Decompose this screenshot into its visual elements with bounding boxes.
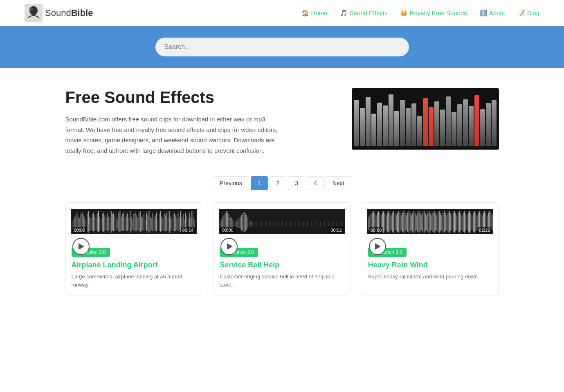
card-2-time-start: 00:00 [220,227,235,233]
card-3-body: Attribution 3.0 Heavy Rain Wind Super he… [362,248,499,287]
svg-rect-39 [115,215,115,231]
card-2-body: Attribution 3.0 Service Bell Help Custom… [214,248,350,295]
svg-rect-226 [454,211,455,233]
svg-rect-123 [237,220,238,228]
svg-rect-216 [441,215,442,230]
svg-rect-155 [337,222,337,226]
card-1-title[interactable]: Airplane Landing Airport [72,261,196,269]
prev-button[interactable]: Previous [213,176,249,190]
card-1-play-button[interactable] [72,238,90,255]
svg-rect-140 [274,222,274,226]
svg-rect-33 [107,213,108,231]
svg-rect-107 [88,224,89,233]
nav-home[interactable]: 🏠 Home [301,9,328,17]
svg-rect-44 [121,217,121,231]
svg-rect-187 [404,213,405,231]
svg-rect-235 [465,213,466,231]
search-input[interactable] [155,38,409,56]
svg-rect-58 [138,213,139,231]
svg-rect-211 [435,213,436,231]
svg-rect-130 [246,215,247,230]
svg-rect-75 [160,211,161,232]
svg-rect-21 [92,214,92,231]
svg-rect-43 [119,211,120,232]
svg-rect-48 [126,215,126,231]
svg-rect-154 [333,222,333,226]
svg-rect-192 [411,215,412,230]
svg-rect-125 [240,217,241,229]
svg-rect-221 [447,213,448,232]
svg-rect-239 [470,213,471,231]
home-icon: 🏠 [301,9,309,17]
svg-rect-24 [95,217,96,230]
svg-rect-177 [392,213,393,232]
card-3-title[interactable]: Heavy Rain Wind [368,261,493,269]
svg-rect-61 [142,217,143,230]
card-2-play-button[interactable] [220,238,238,255]
page-3-button[interactable]: 3 [288,176,305,190]
card-3-description: Super heavy rainstorm and wind pouring d… [368,273,493,281]
svg-rect-200 [421,215,422,230]
svg-rect-59 [139,211,140,232]
svg-rect-176 [391,215,391,230]
svg-rect-170 [383,211,384,233]
nav-blog[interactable]: 📝 Blog [517,9,539,17]
svg-rect-139 [270,222,270,226]
svg-rect-201 [422,213,423,232]
svg-rect-188 [406,215,407,230]
svg-rect-23 [94,215,95,231]
svg-rect-225 [453,213,454,232]
svg-rect-208 [431,215,432,230]
about-icon: ℹ️ [479,9,487,17]
svg-rect-240 [472,215,472,230]
royalty-icon: 👑 [400,9,408,17]
svg-rect-196 [416,215,417,230]
page-1-button[interactable]: 1 [251,176,268,190]
svg-rect-175 [389,213,390,231]
nav-sound-effects[interactable]: 🎵 Sound Effects [340,9,388,17]
svg-rect-69 [152,213,153,231]
svg-rect-234 [464,211,465,233]
svg-rect-206 [429,211,429,233]
svg-rect-131 [247,217,248,228]
svg-rect-35 [109,218,110,230]
page-4-button[interactable]: 4 [307,176,324,190]
card-3-play-button[interactable] [369,238,386,255]
page-2-button[interactable]: 2 [270,176,287,190]
svg-rect-76 [161,217,162,231]
svg-rect-46 [123,213,124,231]
svg-rect-53 [132,220,133,228]
svg-rect-199 [420,213,420,231]
svg-rect-209 [432,213,433,232]
main-content: Free Sound Effects SoundBible.com offers… [49,68,515,308]
site-logo[interactable]: SoundBible [25,4,93,22]
svg-rect-181 [397,213,398,232]
svg-rect-186 [403,211,404,233]
svg-rect-150 [316,222,317,226]
svg-rect-55 [135,213,135,231]
svg-rect-197 [417,213,418,232]
svg-rect-224 [452,215,452,230]
svg-rect-256 [492,215,492,230]
card-2-title[interactable]: Service Bell Help [220,261,344,269]
svg-rect-127 [243,213,243,231]
nav-about[interactable]: ℹ️ About [479,9,505,17]
svg-rect-81 [167,217,168,230]
svg-rect-85 [172,214,173,231]
svg-rect-214 [439,211,440,233]
hero-image [352,88,499,150]
svg-rect-90 [179,217,180,230]
svg-rect-173 [387,213,388,232]
svg-rect-84 [171,220,172,228]
svg-rect-210 [434,211,434,233]
svg-rect-145 [294,222,295,226]
nav-royalty-free[interactable]: 👑 Royalty Free Sounds [400,9,467,17]
next-button[interactable]: Next [326,176,351,190]
svg-rect-56 [136,215,137,231]
svg-rect-212 [436,215,437,230]
svg-rect-49 [127,213,128,231]
svg-rect-217 [443,213,443,232]
svg-rect-25 [97,213,97,231]
svg-rect-26 [98,211,99,232]
svg-rect-198 [418,211,419,233]
